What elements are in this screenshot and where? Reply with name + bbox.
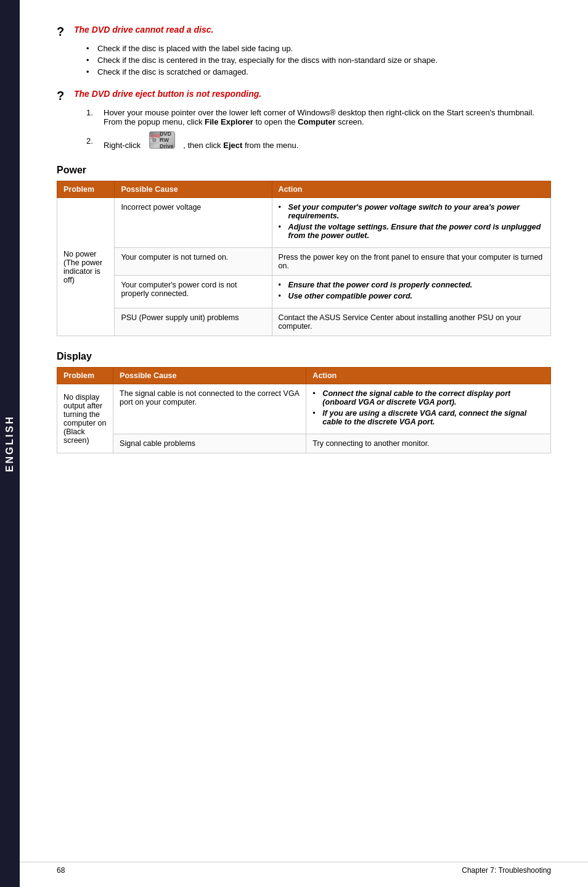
dvd-label: DVD RW Drive	[160, 131, 174, 149]
list-item: Connect the signal cable to the correct …	[312, 389, 544, 406]
question-mark-1: ?	[57, 25, 67, 39]
action-cell: Contact the ASUS Service Center about in…	[272, 308, 550, 336]
action-cell: Set your computer's power voltage switch…	[272, 198, 550, 248]
power-col-action: Action	[272, 181, 550, 198]
display-col-cause: Possible Cause	[113, 368, 306, 384]
list-item: Ensure that the power cord is properly c…	[279, 281, 544, 289]
cause-cell: The signal cable is not connected to the…	[113, 384, 306, 434]
dvd-eject-steps: 1. Hover your mouse pointer over the low…	[86, 108, 551, 150]
cause-cell: Your computer is not turned on.	[115, 248, 272, 276]
list-item: Check if the disc is centered in the tra…	[86, 56, 551, 65]
list-item: 2. Right-click DVD DVD	[86, 131, 551, 150]
display-col-action: Action	[306, 368, 551, 384]
action-cell: Try connecting to another monitor.	[306, 434, 551, 453]
chapter-label: Chapter 7: Troubleshooting	[462, 866, 551, 875]
eject-bold: Eject	[223, 141, 242, 150]
cause-cell: Signal cable problems	[113, 434, 306, 453]
table-row: Your computer is not turned on. Press th…	[57, 248, 551, 276]
display-section-title: Display	[57, 351, 551, 362]
list-item: Check if the disc is scratched or damage…	[86, 67, 551, 76]
display-table: Problem Possible Cause Action No display…	[57, 367, 551, 453]
dvd-rw-drive-icon: DVD DVD RW Drive	[145, 131, 179, 149]
dvd-eject-section: ? The DVD drive eject button is not resp…	[57, 89, 551, 150]
power-col-cause: Possible Cause	[115, 181, 272, 198]
dvd-svg: DVD	[150, 132, 159, 148]
dvd-eject-title: The DVD drive eject button is not respon…	[74, 89, 261, 99]
svg-text:DVD: DVD	[150, 138, 153, 139]
dvd-cannot-read-list: Check if the disc is placed with the lab…	[86, 44, 551, 76]
display-col-problem: Problem	[57, 368, 113, 384]
cause-cell: PSU (Power supply unit) problems	[115, 308, 272, 336]
problem-cell: No displayoutput afterturning thecompute…	[57, 384, 113, 453]
cause-cell: Incorrect power voltage	[115, 198, 272, 248]
table-header-row: Problem Possible Cause Action	[57, 181, 551, 198]
file-explorer-bold: File Explorer	[205, 117, 253, 126]
table-row: No power(The powerindicator is off) Inco…	[57, 198, 551, 248]
table-row: Your computer's power cord is not proper…	[57, 276, 551, 308]
table-header-row: Problem Possible Cause Action	[57, 368, 551, 384]
list-item: 1. Hover your mouse pointer over the low…	[86, 108, 551, 126]
list-item: Adjust the voltage settings. Ensure that…	[279, 223, 544, 240]
svg-point-4	[153, 140, 154, 141]
dvd-cannot-read-header: ? The DVD drive cannot read a disc.	[57, 25, 551, 39]
list-item: Check if the disc is placed with the lab…	[86, 44, 551, 53]
sidebar: ENGLISH	[0, 0, 20, 887]
dvd-eject-header: ? The DVD drive eject button is not resp…	[57, 89, 551, 103]
sidebar-label: ENGLISH	[4, 415, 15, 472]
action-cell: Connect the signal cable to the correct …	[306, 384, 551, 434]
page-footer: 68 Chapter 7: Troubleshooting	[20, 862, 588, 875]
power-col-problem: Problem	[57, 181, 115, 198]
table-row: Signal cable problems Try connecting to …	[57, 434, 551, 453]
main-content: ? The DVD drive cannot read a disc. Chec…	[20, 0, 588, 493]
action-cell: Ensure that the power cord is properly c…	[272, 276, 550, 308]
problem-cell: No power(The powerindicator is off)	[57, 198, 115, 336]
question-mark-2: ?	[57, 89, 67, 103]
table-row: No displayoutput afterturning thecompute…	[57, 384, 551, 434]
power-section-title: Power	[57, 165, 551, 176]
page-number: 68	[57, 866, 65, 875]
dvd-cannot-read-section: ? The DVD drive cannot read a disc. Chec…	[57, 25, 551, 76]
list-item: Use other compatible power cord.	[279, 292, 544, 300]
action-cell: Press the power key on the front panel t…	[272, 248, 550, 276]
list-item: If you are using a discrete VGA card, co…	[312, 409, 544, 426]
computer-bold: Computer	[298, 117, 335, 126]
dvd-icon: DVD DVD RW Drive	[149, 131, 175, 149]
cause-cell: Your computer's power cord is not proper…	[115, 276, 272, 308]
list-item: Set your computer's power voltage switch…	[279, 203, 544, 220]
power-table: Problem Possible Cause Action No power(T…	[57, 181, 551, 336]
table-row: PSU (Power supply unit) problems Contact…	[57, 308, 551, 336]
dvd-cannot-read-title: The DVD drive cannot read a disc.	[74, 25, 213, 35]
